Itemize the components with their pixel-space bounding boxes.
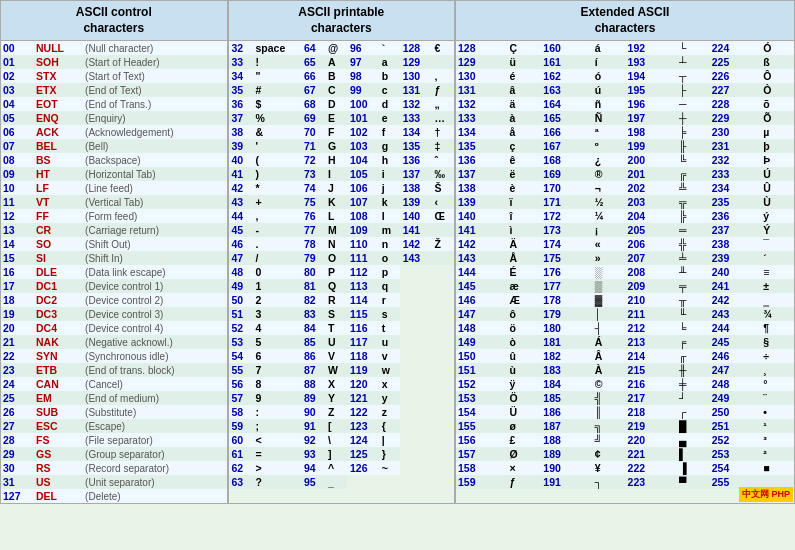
row-num: 74 <box>301 181 325 195</box>
row-char: Ü <box>507 405 541 419</box>
row-desc: (Synchronous idle) <box>83 349 226 363</box>
row-desc: (Acknowledgement) <box>83 125 226 139</box>
row-num: 106 <box>347 181 379 195</box>
row-char: d <box>379 97 400 111</box>
control-row: 28FS(File separator) <box>1 433 227 447</box>
row-char: Õ <box>761 111 794 125</box>
row-char: L <box>325 209 347 223</box>
row-char: 9 <box>252 391 301 405</box>
row-num: 232 <box>710 153 761 167</box>
row-char: = <box>252 447 301 461</box>
row-num: 51 <box>229 307 253 321</box>
row-desc: (End of trans. block) <box>83 363 226 377</box>
printable-row: 35#67C99c131ƒ <box>229 83 455 97</box>
row-num: 134 <box>400 125 432 139</box>
row-char: $ <box>252 97 301 111</box>
row-num: 190 <box>541 461 592 475</box>
row-num: 133 <box>456 111 507 125</box>
row-char: õ <box>761 97 794 111</box>
row-char: ╫ <box>677 363 710 377</box>
row-num: 89 <box>301 391 325 405</box>
row-num: 24 <box>1 377 34 391</box>
row-num: 138 <box>456 181 507 195</box>
row-num: 105 <box>347 167 379 181</box>
printable-row: 63?95_ <box>229 475 455 489</box>
row-num: 75 <box>301 195 325 209</box>
row-char: 1 <box>252 279 301 293</box>
row-desc: (Carriage return) <box>83 223 226 237</box>
extended-row: 129ü161í193┴225ß <box>456 55 794 69</box>
row-num: 156 <box>456 433 507 447</box>
row-char: ■ <box>761 461 794 475</box>
row-num: 176 <box>541 265 592 279</box>
row-num: 137 <box>400 167 432 181</box>
row-num: 236 <box>710 209 761 223</box>
row-num: 87 <box>301 363 325 377</box>
row-num: 130 <box>400 69 432 83</box>
row-char: z <box>379 405 400 419</box>
row-char: │ <box>593 307 626 321</box>
row-char: ò <box>507 335 541 349</box>
row-num: 194 <box>626 69 677 83</box>
row-num: 00 <box>1 41 34 55</box>
row-name: SUB <box>34 405 83 419</box>
row-num: 196 <box>626 97 677 111</box>
extended-row: 155ø187╗219█251¹ <box>456 419 794 433</box>
row-num: 198 <box>626 125 677 139</box>
row-num: 55 <box>229 363 253 377</box>
row-num: 141 <box>400 223 432 237</box>
row-num: 116 <box>347 321 379 335</box>
row-char: Ö <box>507 391 541 405</box>
control-row: 20DC4(Device control 4) <box>1 321 227 335</box>
row-num: 223 <box>626 475 677 489</box>
row-char: ) <box>252 167 301 181</box>
row-char: space <box>252 41 301 55</box>
row-num: 139 <box>456 195 507 209</box>
row-char: E <box>325 111 347 125</box>
row-num: 202 <box>626 181 677 195</box>
row-num: 191 <box>541 475 592 489</box>
row-num: 251 <box>710 419 761 433</box>
extended-row: 145æ177▒209╤241± <box>456 279 794 293</box>
row-num: 63 <box>229 475 253 489</box>
extended-row: 157Ø189¢221▌253² <box>456 447 794 461</box>
row-name: SI <box>34 251 83 265</box>
control-row: 09HT(Horizontal Tab) <box>1 167 227 181</box>
printable-row: 54686V118v <box>229 349 455 363</box>
row-char: - <box>252 223 301 237</box>
row-num: 155 <box>456 419 507 433</box>
row-desc: (Device control 4) <box>83 321 226 335</box>
control-row: 05ENQ(Enquiry) <box>1 111 227 125</box>
row-char: Ñ <box>593 111 626 125</box>
row-num: 144 <box>456 265 507 279</box>
row-char: Œ <box>432 209 454 223</box>
extended-row: 154Ü186║218┌250• <box>456 405 794 419</box>
row-desc: (Substitute) <box>83 405 226 419</box>
row-num: 138 <box>400 181 432 195</box>
row-char: h <box>379 153 400 167</box>
control-row: 08BS(Backspace) <box>1 153 227 167</box>
row-num: 58 <box>229 405 253 419</box>
row-num: 157 <box>456 447 507 461</box>
row-char: < <box>252 433 301 447</box>
row-desc: (Line feed) <box>83 181 226 195</box>
row-char: b <box>379 69 400 83</box>
row-char: ~ <box>379 461 400 475</box>
row-char: ╒ <box>677 335 710 349</box>
row-char: ( <box>252 153 301 167</box>
row-num: 228 <box>710 97 761 111</box>
row-name: DC2 <box>34 293 83 307</box>
extended-row: 137ë169®201╔233Ú <box>456 167 794 181</box>
row-num: 20 <box>1 321 34 335</box>
row-char: D <box>325 97 347 111</box>
row-num: 218 <box>626 405 677 419</box>
row-char: ═ <box>677 223 710 237</box>
control-row: 25EM(End of medium) <box>1 391 227 405</box>
extended-header: Extended ASCIIcharacters <box>456 1 794 41</box>
row-char: \ <box>325 433 347 447</box>
row-char: ° <box>761 377 794 391</box>
row-char: C <box>325 83 347 97</box>
row-num: 57 <box>229 391 253 405</box>
row-num: 06 <box>1 125 34 139</box>
control-row: 10LF(Line feed) <box>1 181 227 195</box>
